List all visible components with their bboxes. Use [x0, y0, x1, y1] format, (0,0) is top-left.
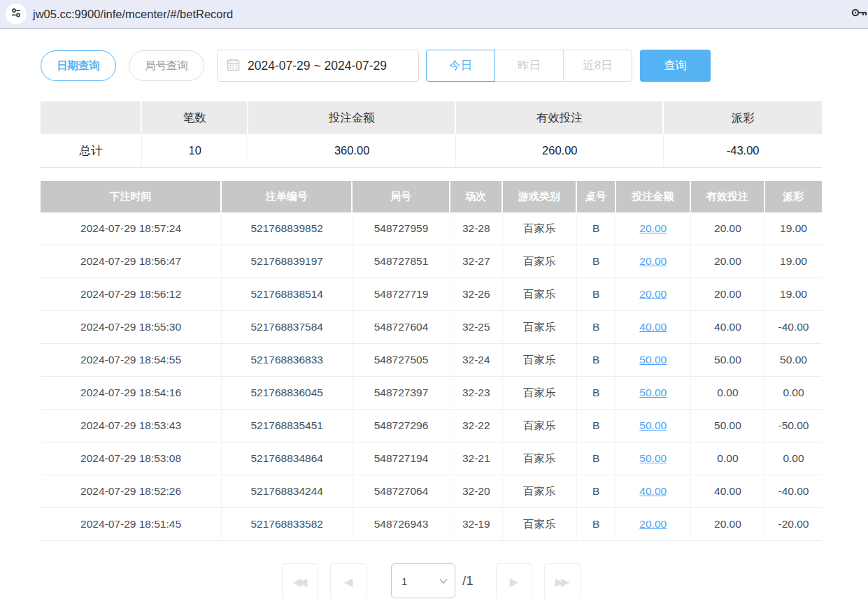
cell-game-type: 百家乐	[503, 344, 577, 377]
cell-table-no: B	[577, 410, 616, 442]
summary-bet-amount: 360.00	[248, 134, 456, 168]
cell-payout: -20.00	[765, 508, 822, 541]
cell-bet-amount: 20.00	[616, 245, 691, 278]
cell-bet-amount: 50.00	[616, 377, 691, 410]
cell-bet-amount: 50.00	[616, 344, 691, 377]
cell-bet-id: 521768834864	[222, 442, 353, 475]
bet-amount-link[interactable]: 20.00	[639, 518, 667, 530]
cell-round-id: 548727959	[353, 212, 450, 245]
cell-game-type: 百家乐	[503, 475, 577, 508]
bet-amount-link[interactable]: 20.00	[639, 222, 667, 234]
round-query-tab[interactable]: 局号查询	[129, 50, 204, 81]
header-payout: 派彩	[765, 181, 822, 212]
cell-bet-time: 2024-07-29 18:55:30	[41, 311, 222, 344]
cell-valid-bet: 20.00	[691, 508, 765, 541]
total-pages-label: /1	[462, 563, 474, 598]
last-page-button[interactable]: ▶▶	[544, 563, 581, 599]
cell-bet-id: 521768833582	[222, 508, 353, 541]
header-valid-bet: 有效投注	[691, 181, 765, 212]
cell-bet-id: 521768834244	[222, 475, 353, 508]
bet-amount-link[interactable]: 50.00	[639, 387, 667, 398]
date-query-tab[interactable]: 日期查询	[41, 50, 116, 81]
bet-amount-link[interactable]: 50.00	[639, 419, 667, 431]
page-select-wrap: 1	[391, 563, 455, 598]
bet-amount-link[interactable]: 20.00	[639, 255, 667, 267]
cell-payout: 19.00	[765, 245, 822, 278]
header-game-type: 游戏类别	[503, 181, 577, 212]
password-manager-button[interactable]	[850, 3, 868, 24]
cell-bet-time: 2024-07-29 18:53:08	[41, 442, 222, 475]
next-page-button[interactable]: ▶	[496, 563, 532, 599]
cell-bet-time: 2024-07-29 18:51:45	[41, 508, 222, 541]
cell-table-no: B	[577, 475, 616, 508]
cell-valid-bet: 40.00	[691, 311, 765, 344]
summary-header-bet-amount: 投注金额	[248, 101, 456, 134]
first-page-button[interactable]: ◀◀	[282, 563, 318, 599]
header-round-id: 局号	[353, 181, 450, 212]
cell-bet-id: 521768837584	[222, 311, 353, 344]
cell-table-no: B	[577, 311, 616, 344]
quick-today-button[interactable]: 今日	[426, 50, 495, 82]
bet-table-header-row: 下注时间 注单编号 局号 场次 游戏类别 桌号 投注金额 有效投注 派彩	[41, 181, 822, 212]
bet-amount-link[interactable]: 50.00	[639, 354, 667, 366]
date-range-picker[interactable]: 2024-07-29 ~ 2024-07-29	[217, 50, 419, 82]
header-bet-id: 注单编号	[222, 181, 353, 212]
bet-amount-link[interactable]: 20.00	[639, 288, 667, 300]
summary-count: 10	[142, 134, 248, 168]
site-settings-button[interactable]	[6, 3, 27, 24]
bet-amount-link[interactable]: 40.00	[639, 321, 667, 333]
cell-valid-bet: 0.00	[691, 377, 765, 410]
cell-session: 32-23	[450, 377, 503, 410]
cell-table-no: B	[577, 442, 616, 475]
cell-bet-id: 521768835451	[222, 410, 353, 442]
key-icon	[850, 3, 868, 24]
bet-record-page: 日期查询 局号查询 2024-07-29 ~ 2024-07-29 今日 昨日 …	[0, 29, 868, 599]
cell-game-type: 百家乐	[503, 278, 577, 311]
bet-amount-link[interactable]: 50.00	[639, 452, 667, 464]
filter-row: 日期查询 局号查询 2024-07-29 ~ 2024-07-29 今日 昨日 …	[41, 50, 822, 82]
cell-bet-amount: 40.00	[616, 311, 691, 344]
quick-date-group: 今日 昨日 近8日	[426, 50, 632, 82]
header-bet-amount: 投注金额	[616, 181, 691, 212]
cell-valid-bet: 50.00	[691, 344, 765, 377]
cell-round-id: 548727194	[353, 442, 450, 475]
tune-icon	[10, 7, 22, 21]
cell-bet-time: 2024-07-29 18:52:26	[41, 475, 222, 508]
prev-page-button[interactable]: ◀	[330, 563, 367, 599]
right-arrow-icon: ▶	[510, 575, 518, 589]
cell-table-no: B	[577, 344, 616, 377]
address-bar: jw05.cc:9900/infe/mcenter/#/betRecord	[0, 0, 868, 29]
cell-payout: 0.00	[765, 442, 822, 475]
summary-valid-bet: 260.00	[456, 134, 664, 168]
page-select[interactable]: 1	[391, 563, 455, 598]
cell-session: 32-26	[450, 278, 503, 311]
cell-payout: 19.00	[765, 212, 822, 245]
url-text[interactable]: jw05.cc:9900/infe/mcenter/#/betRecord	[33, 8, 233, 21]
cell-bet-amount: 20.00	[616, 278, 691, 311]
bet-amount-link[interactable]: 40.00	[639, 485, 667, 497]
cell-payout: 50.00	[765, 344, 822, 377]
cell-bet-time: 2024-07-29 18:57:24	[41, 212, 222, 245]
cell-round-id: 548727719	[353, 278, 450, 311]
cell-bet-time: 2024-07-29 18:54:55	[41, 344, 222, 377]
summary-header-payout: 派彩	[664, 101, 822, 134]
cell-valid-bet: 20.00	[691, 245, 765, 278]
quick-yesterday-button[interactable]: 昨日	[495, 50, 564, 82]
cell-bet-id: 521768838514	[222, 278, 353, 311]
cell-bet-amount: 50.00	[616, 442, 691, 475]
cell-bet-amount: 20.00	[616, 212, 691, 245]
cell-bet-id: 521768839852	[222, 212, 353, 245]
header-table-no: 桌号	[577, 181, 616, 212]
cell-game-type: 百家乐	[503, 442, 577, 475]
summary-payout: -43.00	[664, 134, 822, 168]
cell-session: 32-25	[450, 311, 503, 344]
table-row: 2024-07-29 18:54:55 521768836833 5487275…	[41, 344, 822, 377]
summary-header-count: 笔数	[142, 101, 248, 134]
cell-game-type: 百家乐	[503, 311, 577, 344]
cell-bet-time: 2024-07-29 18:53:43	[41, 410, 222, 442]
table-row: 2024-07-29 18:57:24 521768839852 5487279…	[41, 212, 822, 245]
double-left-arrow-icon: ◀◀	[293, 575, 305, 589]
summary-header-blank	[41, 101, 142, 134]
search-button[interactable]: 查询	[640, 50, 711, 82]
quick-last8days-button[interactable]: 近8日	[563, 50, 632, 82]
